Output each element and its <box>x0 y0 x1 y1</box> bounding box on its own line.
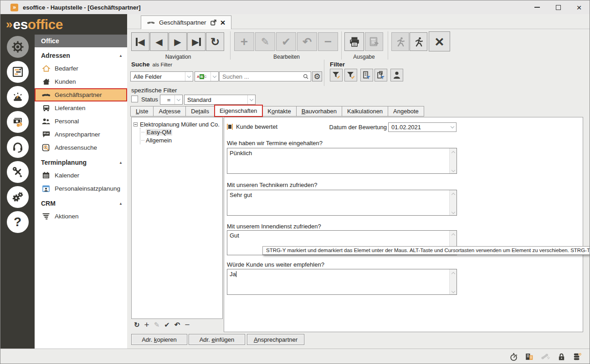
filter-check-button[interactable] <box>344 69 357 81</box>
tree-delete-button[interactable]: − <box>185 320 190 330</box>
tree-root-label: Elektroplanung Müller und Co. <box>140 121 220 128</box>
rail-office-button[interactable] <box>7 36 29 58</box>
sidebar-item-bedarfer[interactable]: Bedarfer <box>35 62 127 75</box>
edit-button[interactable]: ✎ <box>255 32 275 51</box>
rail-service-button[interactable] <box>7 86 29 108</box>
rail-help-button[interactable]: ? <box>7 211 29 233</box>
lock-icon[interactable] <box>556 352 566 362</box>
document-tab-label: Geschäftspartner <box>159 19 206 26</box>
run-idle-button[interactable] <box>391 32 409 51</box>
abc-c: C <box>204 75 207 79</box>
section-title: Terminplanung <box>41 159 87 166</box>
sidebar-item-label: Adressensuche <box>55 144 97 151</box>
tab-details[interactable]: Details <box>186 106 215 116</box>
run-button[interactable] <box>410 32 427 51</box>
adr-einfuegen-button[interactable]: Adr. einfügen <box>189 334 245 345</box>
nav-first-button[interactable]: ◀ <box>131 32 149 51</box>
open-external-icon[interactable] <box>210 19 217 26</box>
section-header-crm[interactable]: CRM ▲ <box>35 195 127 210</box>
export-list-button[interactable] <box>365 32 383 51</box>
tab-adresse[interactable]: Adresse <box>154 106 186 116</box>
adr-kopieren-button[interactable]: Adr. kopieren <box>131 334 187 345</box>
rail-projects-button[interactable] <box>7 61 29 83</box>
section-header-terminplanung[interactable]: Terminplanung ▲ <box>35 154 127 169</box>
sidebar-item-adressensuche[interactable]: Adressensuche <box>35 141 127 154</box>
search-input[interactable] <box>220 73 303 80</box>
nav-prev-button[interactable]: ◀ <box>150 32 168 51</box>
textarea-scrollbar[interactable] <box>449 190 457 215</box>
section-header-adressen[interactable]: Adressen ▲ <box>35 47 127 62</box>
database-sync-icon[interactable] <box>572 352 582 362</box>
rail-settings-button[interactable] <box>7 186 29 208</box>
stopwatch-icon[interactable] <box>508 352 518 362</box>
filter-company-button[interactable] <box>360 69 373 81</box>
close-tab-icon[interactable]: × <box>221 18 226 27</box>
tab-liste[interactable]: Liste <box>130 106 154 116</box>
confirm-button[interactable]: ✔ <box>276 32 296 51</box>
text-caret <box>236 271 236 277</box>
tree-confirm-button[interactable]: ✔ <box>164 321 170 329</box>
document-tab-geschaeftspartner[interactable]: Geschäftspartner × <box>141 15 231 29</box>
company-switch-icon[interactable] <box>524 352 534 362</box>
tab-bauvorhaben[interactable]: Bauvorhaben <box>297 106 342 116</box>
plus-icon: + <box>241 35 248 49</box>
answer-textarea-techniker[interactable]: Sehr gut <box>227 190 457 216</box>
search-settings-button[interactable]: ⚙ <box>312 71 322 81</box>
sidebar-item-lieferanten[interactable]: Lieferanten <box>35 101 127 115</box>
phone-icon[interactable] <box>540 352 550 362</box>
refresh-icon: ↻ <box>210 35 220 48</box>
tree-undo-button[interactable]: ↶ <box>174 321 180 329</box>
tab-eigenschaften[interactable]: Eigenschaften <box>215 105 262 116</box>
search-mode-select[interactable]: ABC <box>195 71 219 81</box>
tree-root-node[interactable]: Elektroplanung Müller und Co. <box>133 121 221 128</box>
sidebar-item-personal[interactable]: Personal <box>35 115 127 128</box>
rail-support-button[interactable] <box>7 136 29 158</box>
textarea-scrollbar[interactable] <box>449 269 457 294</box>
answer-text: Sehr gut <box>230 192 252 198</box>
date-combo[interactable]: 01.02.2021 <box>388 122 457 132</box>
sidebar-item-personaleinsatzplanung[interactable]: Personaleinsatzplanung <box>35 182 127 195</box>
delete-button[interactable]: − <box>318 32 338 51</box>
textarea-scrollbar[interactable] <box>449 148 457 173</box>
sidebar-item-kalender[interactable]: Kalender <box>35 169 127 182</box>
logo-office: office <box>28 17 63 32</box>
rated-checkbox[interactable] <box>227 124 233 130</box>
tree-node-easy-qm[interactable]: Easy-QM <box>140 128 221 136</box>
print-button[interactable] <box>344 32 364 51</box>
tab-angebote[interactable]: Angebote <box>388 106 424 116</box>
add-button[interactable]: + <box>234 32 254 51</box>
status-value-select[interactable]: Standard <box>184 95 256 105</box>
sidebar-item-kunden[interactable]: Kunden <box>35 75 127 88</box>
undo-button[interactable]: ↶ <box>297 32 317 51</box>
status-checkbox[interactable] <box>131 96 138 102</box>
filter-company2-button[interactable] <box>375 69 387 81</box>
tab-kalkulationen[interactable]: Kalkulationen <box>342 106 388 116</box>
tab-kontakte[interactable]: Kontakte <box>262 106 296 116</box>
answer-text: Gut <box>230 232 239 239</box>
status-operator-select[interactable]: = <box>160 95 183 105</box>
rail-tools-button[interactable] <box>7 161 29 183</box>
tree-edit-button[interactable]: ✎ <box>154 321 160 329</box>
nav-next-button[interactable]: ▶ <box>169 32 187 51</box>
sidebar-item-aktionen[interactable]: Aktionen <box>35 210 127 223</box>
tree-node-allgemein[interactable]: Allgemein <box>140 136 221 144</box>
maximize-button[interactable] <box>548 0 569 14</box>
minimize-button[interactable] <box>527 0 548 14</box>
close-window-button[interactable]: × <box>569 0 590 14</box>
filter-person-button[interactable] <box>390 69 403 81</box>
sidebar-item-geschaeftspartner[interactable]: Geschäftspartner <box>35 88 127 101</box>
group-label-ausgabe: Ausgabe <box>337 54 391 60</box>
search-field-select[interactable]: Alle Felder <box>130 71 193 81</box>
ansprechpartner-button[interactable]: Ansprechpartner <box>247 334 304 345</box>
nav-last-button[interactable]: ▶ <box>187 32 205 51</box>
answer-textarea-empfehlen[interactable]: Ja <box>227 269 457 295</box>
rail-finance-button[interactable] <box>7 111 29 133</box>
sidebar-item-ansprechpartner[interactable]: Ansprechpartner <box>35 128 127 141</box>
tree-add-button[interactable]: + <box>144 320 149 330</box>
refresh-button[interactable]: ↻ <box>206 32 224 51</box>
cancel-button[interactable]: × <box>429 31 450 51</box>
answer-textarea-termine[interactable]: Pünklich <box>227 148 457 174</box>
tree-collapse-icon[interactable] <box>133 122 138 126</box>
filter-edit-button[interactable] <box>330 69 343 81</box>
tree-refresh-button[interactable]: ↻ <box>134 321 140 329</box>
